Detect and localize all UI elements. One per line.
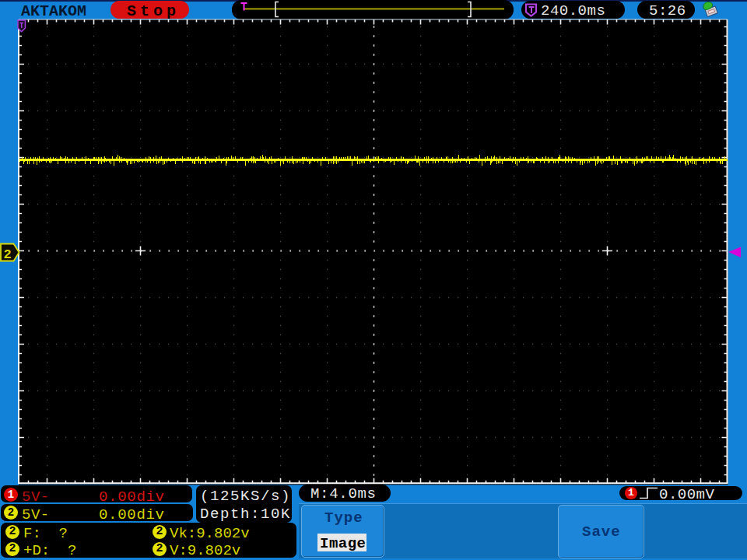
svg-text:2: 2 xyxy=(4,247,12,262)
